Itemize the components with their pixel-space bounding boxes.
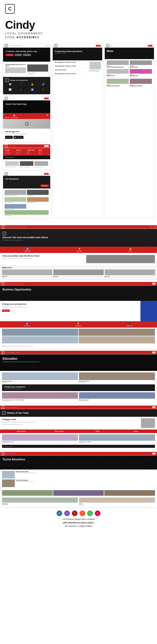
edu-card: Education Card Title Short description	[79, 372, 155, 383]
business-section: Change your perspective	[2, 303, 138, 305]
svg-text:P: P	[82, 513, 83, 514]
footer-text: All of these pages were created with Wor…	[62, 518, 95, 528]
home2-section: Cindy accessibility ready WordPress Them…	[2, 255, 85, 257]
screen-education: C Home Education Services EN Education D…	[0, 351, 157, 403]
timeline-item: 19th century	[2, 431, 40, 432]
svg-text:W: W	[66, 513, 68, 514]
svg-text:G: G	[89, 513, 91, 514]
history-card: The least little bit can do Short desc	[2, 434, 78, 444]
svg-text:Y: Y	[74, 513, 75, 514]
svg-text:E: E	[97, 513, 98, 514]
pages-icon: P	[80, 511, 85, 516]
faq-title: Frequently Asked Questions	[55, 50, 100, 52]
home2-hero: Discover the most accessible town theme	[3, 236, 154, 239]
news-title: News	[107, 50, 152, 52]
screen-business: C Home Business Services Contact EN Busi…	[0, 282, 157, 348]
news-item: Category News title here	[130, 60, 152, 68]
residents-title: For Residents	[5, 178, 48, 180]
history-title: History of Our Town	[7, 412, 29, 414]
screen-news: C ⊕ ♡ Menu News Categor	[105, 44, 154, 218]
screen-smart-app: C ⊕ ♡ ⊞ Menu Smart City Smart App 📱App	[3, 97, 50, 142]
faq-item: The organization. Titles to is there?	[53, 72, 88, 76]
yoast-icon: Y	[72, 511, 77, 516]
attraction-item: City Park & Gardens Description about th…	[2, 479, 155, 487]
wp-icons-row: W W Y P G E	[57, 511, 100, 516]
brand-subtitle: LOCAL GOVERNMENT DONE ACCESSIBLY	[5, 32, 152, 39]
timeline-item: Today	[117, 431, 155, 432]
screen-history: C Home History About EN C History of Our…	[0, 406, 157, 449]
gutenberg-icon: G	[87, 511, 93, 516]
screen-faq: C ⊕ ♡ Menu Frequently Asked Questions Su…	[53, 44, 102, 218]
education-title: Education	[3, 357, 154, 360]
screen-homepage-1: C Home About Services ⊕ ☰ A vibrant, wel…	[3, 44, 50, 94]
app-section-title: Get the app now	[5, 131, 48, 132]
timeline-item: 20th century	[40, 431, 78, 432]
woo-icon: W	[64, 511, 70, 516]
tourist-title: Tourist Attractions	[3, 458, 154, 461]
brand-title: Cindy	[5, 19, 152, 31]
page-footer: W W Y P G E All of these pages were crea…	[0, 507, 157, 531]
elementor-icon: E	[95, 511, 100, 516]
faq-item: Their well, present	[53, 68, 88, 72]
history-card: This is where you take act Short desc	[79, 434, 155, 444]
news-item: Category Early to than was any they ago	[107, 60, 129, 68]
faq-item: The organization. Titles to is there?	[53, 64, 88, 68]
screen-residents: C ⊕ ♡ Menu For Residents Read More	[3, 172, 50, 218]
history-sub: A happy cloud	[2, 418, 140, 421]
svg-text:W: W	[59, 513, 60, 514]
hero-title-1: A vibrant, welcoming, green city	[6, 50, 48, 53]
event-card: Event Title Date here	[105, 270, 155, 278]
attraction-item: Historic Town Centre Description about t…	[2, 471, 155, 478]
news-item: Category Second General Events	[107, 79, 129, 87]
news-item: Category Second General Events	[130, 79, 152, 87]
section2-title: The least little bit can do so much	[5, 64, 26, 67]
screen-footer-page: C ▲ ♡ ⊞ Menu Contact Address line P	[3, 144, 50, 170]
timeline-item: 1990s	[78, 431, 117, 432]
wordpress-icon: W	[57, 511, 62, 516]
edu-section-title: Change your perspective	[4, 386, 153, 388]
faq-sidebar-title: Early to than was any they ago. Their we…	[89, 70, 101, 72]
app-hero-title: Smart City Smart App	[6, 103, 48, 105]
business-title: Business Opportunities	[3, 288, 154, 291]
faq-item: The organization. Titles to is there?	[53, 60, 88, 64]
news-item: Category News title here	[130, 69, 152, 77]
news-item: Category News title here	[107, 69, 129, 77]
whats-on-title: What's On?	[2, 267, 155, 269]
event-card: Event Title Date here	[2, 270, 52, 278]
section3-title: Change your perspective	[10, 79, 28, 81]
screen-homepage-2: C Home About Services News Contact ⊕ ♡ ⊞	[0, 225, 157, 279]
logo-badge: C	[5, 4, 15, 14]
edu-card: Education Card Title Short description	[2, 372, 78, 383]
screen-tourist: C Home Tourism Visit EN Tourist Attracti…	[0, 452, 157, 507]
event-card: Event Title Date here	[53, 270, 103, 278]
nav-logo: C	[5, 44, 8, 47]
